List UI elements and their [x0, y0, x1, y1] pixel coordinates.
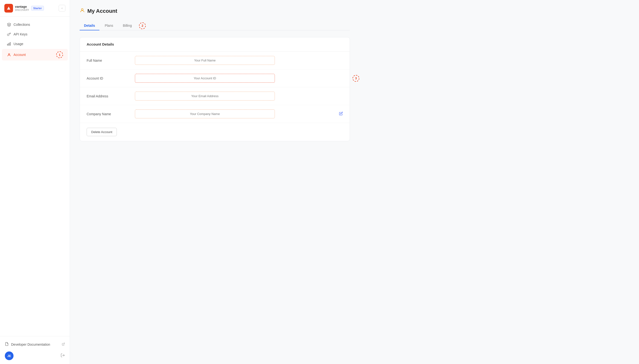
svg-marker-2 — [7, 23, 11, 24]
account-id-label: Account ID — [87, 76, 135, 80]
logo-text: vantage DISCOVERY — [15, 5, 29, 12]
form-row-account-id: Account ID 3 — [80, 70, 350, 87]
sidebar-item-label: Usage — [14, 42, 23, 46]
account-page-icon — [80, 8, 85, 14]
form-row-full-name: Full Name — [80, 52, 350, 70]
delete-account-section: Delete Account — [80, 123, 350, 141]
logo-area: vantage DISCOVERY Starter — [4, 4, 44, 12]
page-title: My Account — [87, 8, 117, 14]
account-icon — [7, 52, 11, 57]
svg-point-6 — [8, 53, 10, 55]
delete-account-button[interactable]: Delete Account — [87, 128, 117, 136]
avatar[interactable]: JE — [5, 352, 14, 360]
tab-details[interactable]: Details — [80, 21, 99, 30]
company-name-label: Company Name — [87, 112, 135, 116]
form-row-email: Email Address — [80, 87, 350, 105]
page-container: My Account Details Plans Billing 2 Accou… — [70, 0, 360, 149]
annotation-2: 2 — [139, 22, 146, 29]
sidebar-nav: Collections API Keys Usage — [0, 17, 70, 336]
company-name-input-wrapper — [135, 110, 275, 118]
company-name-input[interactable] — [135, 110, 275, 118]
sidebar-collapse-button[interactable]: ‹ — [59, 5, 65, 12]
external-link-icon — [62, 342, 65, 346]
sidebar: vantage DISCOVERY Starter ‹ Collections — [0, 0, 70, 364]
svg-rect-4 — [9, 43, 10, 45]
svg-point-9 — [81, 9, 83, 10]
sidebar-header: vantage DISCOVERY Starter ‹ — [0, 0, 70, 17]
svg-rect-3 — [10, 42, 11, 45]
email-input[interactable] — [135, 92, 275, 100]
logo-name: vantage — [15, 5, 29, 9]
full-name-input-wrapper — [135, 56, 275, 65]
document-icon — [5, 342, 9, 347]
email-input-wrapper — [135, 92, 275, 100]
tab-billing[interactable]: Billing — [119, 21, 136, 30]
sidebar-item-api-keys[interactable]: API Keys — [2, 30, 68, 39]
main-content: My Account Details Plans Billing 2 Accou… — [70, 0, 639, 364]
tab-plans[interactable]: Plans — [100, 21, 118, 30]
svg-rect-5 — [7, 44, 8, 45]
logo-sub: DISCOVERY — [15, 9, 29, 12]
chart-icon — [7, 42, 11, 46]
annotation-3: 3 — [353, 75, 359, 82]
card-header: Account Details — [80, 37, 350, 52]
sidebar-item-usage[interactable]: Usage — [2, 39, 68, 48]
developer-documentation-link[interactable]: Developer Documentation — [5, 340, 65, 348]
form-row-company-name: Company Name — [80, 105, 350, 123]
chevron-left-icon: ‹ — [62, 6, 63, 10]
account-id-input[interactable] — [135, 74, 275, 83]
svg-line-7 — [63, 343, 65, 344]
sidebar-item-account[interactable]: Account 1 — [2, 49, 68, 60]
company-name-edit-button[interactable] — [339, 112, 343, 116]
sidebar-item-label: Account — [14, 53, 26, 57]
sidebar-item-label: API Keys — [14, 32, 28, 36]
footer-bottom: JE — [5, 352, 65, 360]
dev-docs-left: Developer Documentation — [5, 342, 50, 347]
full-name-label: Full Name — [87, 58, 135, 62]
vantage-logo-icon — [4, 4, 13, 12]
layers-icon — [7, 22, 11, 27]
sidebar-item-label: Collections — [14, 23, 30, 26]
sidebar-item-collections[interactable]: Collections — [2, 20, 68, 29]
full-name-input[interactable] — [135, 56, 275, 65]
page-header: My Account — [80, 8, 350, 14]
sidebar-footer: Developer Documentation JE — [0, 336, 70, 364]
key-icon — [7, 32, 11, 36]
card-title: Account Details — [87, 42, 114, 46]
annotation-1: 1 — [56, 51, 63, 58]
dev-docs-label: Developer Documentation — [11, 342, 50, 346]
account-details-card: Account Details Full Name Account ID 3 E… — [80, 37, 350, 141]
account-id-input-wrapper — [135, 74, 275, 83]
plan-badge: Starter — [31, 6, 44, 10]
logout-button[interactable] — [61, 353, 65, 359]
email-label: Email Address — [87, 94, 135, 98]
tabs-bar: Details Plans Billing 2 — [80, 21, 350, 30]
